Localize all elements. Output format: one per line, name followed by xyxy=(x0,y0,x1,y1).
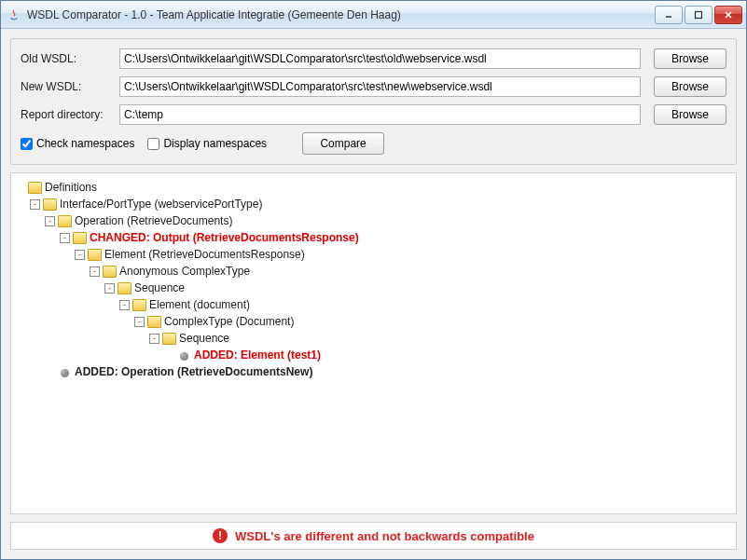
tree-row[interactable]: ADDED: Operation (RetrieveDocumentsNew) xyxy=(15,363,732,380)
folder-icon xyxy=(132,299,146,311)
report-dir-input[interactable] xyxy=(119,104,641,125)
folder-icon xyxy=(118,282,131,294)
compare-button[interactable]: Compare xyxy=(302,132,384,155)
check-namespaces-box[interactable] xyxy=(21,138,33,150)
folder-icon xyxy=(88,249,102,261)
collapse-icon[interactable]: - xyxy=(60,233,70,243)
tree-row[interactable]: -Sequence xyxy=(15,330,732,347)
tree-node-label: ADDED: Operation (RetrieveDocumentsNew) xyxy=(75,365,312,378)
toggle-spacer xyxy=(164,350,174,361)
new-wsdl-input[interactable] xyxy=(119,76,641,97)
folder-icon xyxy=(103,266,117,278)
toggle-spacer xyxy=(15,183,25,193)
indent xyxy=(15,305,119,306)
indent xyxy=(15,355,164,356)
error-icon: ! xyxy=(213,528,228,543)
content-area: Old WSDL: Browse New WSDL: Browse Report… xyxy=(1,29,746,559)
tree-node-label: Operation (RetrieveDocuments) xyxy=(75,214,232,227)
java-app-icon xyxy=(7,7,21,22)
tree-row[interactable]: Definitions xyxy=(15,179,732,196)
browse-new-button[interactable]: Browse xyxy=(654,76,726,97)
window-buttons xyxy=(653,6,742,24)
window-title: WSDL Comparator - 1.0 - Team Applicatie … xyxy=(27,8,653,21)
display-namespaces-label: Display namespaces xyxy=(163,137,267,150)
folder-icon xyxy=(43,198,57,211)
indent xyxy=(15,238,60,239)
folder-icon xyxy=(28,182,42,194)
folder-icon xyxy=(73,232,87,244)
tree-row[interactable]: -CHANGED: Output (RetrieveDocumentsRespo… xyxy=(15,229,732,246)
tree-node-label: Element (RetrieveDocumentsResponse) xyxy=(104,248,305,261)
tree-node-label: Sequence xyxy=(179,332,229,345)
display-namespaces-checkbox[interactable]: Display namespaces xyxy=(147,137,267,150)
tree-row[interactable]: -Operation (RetrieveDocuments) xyxy=(15,212,732,229)
form-panel: Old WSDL: Browse New WSDL: Browse Report… xyxy=(10,38,737,165)
tree-row[interactable]: ADDED: Element (test1) xyxy=(15,347,732,363)
check-namespaces-checkbox[interactable]: Check namespaces xyxy=(21,137,134,150)
browse-old-button[interactable]: Browse xyxy=(654,48,726,69)
status-panel: ! WSDL's are different and not backwards… xyxy=(10,522,737,550)
bullet-icon xyxy=(61,369,69,377)
tree-node-label: Element (document) xyxy=(149,298,250,311)
new-wsdl-label: New WSDL: xyxy=(21,80,114,93)
indent xyxy=(15,221,45,222)
indent xyxy=(15,321,134,322)
old-wsdl-label: Old WSDL: xyxy=(21,52,114,65)
status-text: WSDL's are different and not backwards c… xyxy=(235,529,534,543)
indent xyxy=(15,271,90,272)
collapse-icon[interactable]: - xyxy=(104,283,115,294)
collapse-icon[interactable]: - xyxy=(75,250,85,260)
display-namespaces-box[interactable] xyxy=(147,138,159,150)
app-window: WSDL Comparator - 1.0 - Team Applicatie … xyxy=(0,0,747,560)
tree-node-label: CHANGED: Output (RetrieveDocumentsRespon… xyxy=(90,231,359,244)
folder-icon xyxy=(147,316,161,328)
report-dir-label: Report directory: xyxy=(21,108,114,121)
tree-row[interactable]: -Interface/PortType (webservicePortType) xyxy=(15,196,732,212)
folder-icon xyxy=(58,215,72,227)
tree-row[interactable]: -Anonymous ComplexType xyxy=(15,263,732,280)
tree-node-label: Definitions xyxy=(45,181,97,194)
collapse-icon[interactable]: - xyxy=(149,334,159,344)
tree-node-label: Anonymous ComplexType xyxy=(119,265,250,278)
indent xyxy=(15,254,75,255)
indent xyxy=(15,288,104,289)
tree-node-label: Interface/PortType (webservicePortType) xyxy=(60,198,262,211)
collapse-icon[interactable]: - xyxy=(134,317,145,327)
old-wsdl-row: Old WSDL: Browse xyxy=(21,48,726,69)
svg-rect-1 xyxy=(696,11,702,18)
tree-row[interactable]: -Sequence xyxy=(15,280,732,296)
titlebar: WSDL Comparator - 1.0 - Team Applicatie … xyxy=(1,1,746,29)
collapse-icon[interactable]: - xyxy=(45,216,55,226)
maximize-button[interactable] xyxy=(685,6,712,24)
collapse-icon[interactable]: - xyxy=(30,199,40,210)
indent xyxy=(15,372,45,373)
tree-panel[interactable]: Definitions-Interface/PortType (webservi… xyxy=(10,172,737,514)
report-dir-row: Report directory: Browse xyxy=(21,104,726,125)
collapse-icon[interactable]: - xyxy=(90,266,100,277)
close-button[interactable] xyxy=(714,6,742,24)
options-row: Check namespaces Display namespaces Comp… xyxy=(21,132,726,155)
check-namespaces-label: Check namespaces xyxy=(36,137,134,150)
tree-node-label: ComplexType (Document) xyxy=(164,315,294,328)
tree-node-label: ADDED: Element (test1) xyxy=(194,348,321,362)
browse-report-button[interactable]: Browse xyxy=(654,104,726,125)
minimize-button[interactable] xyxy=(655,6,683,24)
tree-node-label: Sequence xyxy=(134,281,185,294)
new-wsdl-row: New WSDL: Browse xyxy=(21,76,726,97)
tree-row[interactable]: -Element (RetrieveDocumentsResponse) xyxy=(15,246,732,263)
toggle-spacer xyxy=(45,367,55,377)
folder-icon xyxy=(162,333,176,345)
tree-row[interactable]: -ComplexType (Document) xyxy=(15,313,732,330)
tree-row[interactable]: -Element (document) xyxy=(15,296,732,313)
old-wsdl-input[interactable] xyxy=(119,48,641,69)
indent xyxy=(15,338,149,339)
indent xyxy=(15,204,30,205)
bullet-icon xyxy=(180,352,188,361)
collapse-icon[interactable]: - xyxy=(119,300,130,310)
